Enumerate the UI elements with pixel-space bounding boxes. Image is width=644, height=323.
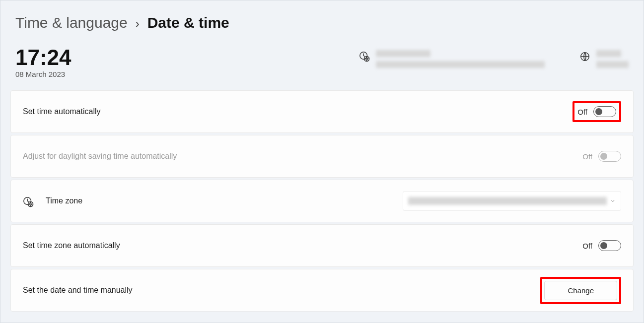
clock-globe-icon [359, 51, 369, 61]
timezone-info-block [359, 46, 545, 68]
blurred-text [376, 50, 430, 57]
blurred-text [596, 50, 621, 57]
breadcrumb-separator: › [136, 17, 140, 31]
highlight-change-button: Change [540, 277, 621, 304]
breadcrumb: Time & language › Date & time [0, 0, 644, 31]
header-row: 17:24 08 March 2023 [0, 31, 644, 90]
row-time-zone: Time zone [10, 180, 634, 222]
toggle-state-text: Off [582, 152, 592, 161]
set-tz-auto-toggle[interactable] [598, 240, 621, 251]
toggle-state-text: Off [577, 108, 587, 116]
chevron-down-icon [610, 198, 616, 204]
clock-globe-icon [23, 196, 33, 206]
blurred-text [408, 197, 607, 205]
clock-time: 17:24 [15, 46, 72, 69]
settings-list: Set time automatically Off Adjust for da… [0, 90, 644, 322]
region-info-block [579, 46, 629, 68]
blurred-text [596, 61, 629, 68]
setting-label: Set the date and time manually [23, 286, 133, 295]
set-time-auto-toggle[interactable] [593, 106, 616, 117]
globe-icon [579, 51, 589, 61]
time-zone-dropdown[interactable] [403, 191, 621, 211]
breadcrumb-current: Date & time [147, 14, 229, 31]
setting-label: Time zone [46, 196, 82, 205]
blurred-text [376, 61, 545, 68]
clock-date: 08 March 2023 [15, 70, 72, 78]
row-dst-automatically: Adjust for daylight saving time automati… [10, 135, 634, 178]
row-set-tz-automatically: Set time zone automatically Off [10, 224, 634, 267]
setting-label: Set time zone automatically [23, 241, 120, 250]
highlight-set-time-auto-toggle: Off [572, 101, 621, 122]
setting-label: Set time automatically [23, 107, 101, 116]
clock-block: 17:24 08 March 2023 [15, 46, 72, 78]
breadcrumb-parent-link[interactable]: Time & language [15, 14, 128, 31]
dst-auto-toggle [598, 151, 621, 162]
toggle-state-text: Off [582, 242, 592, 250]
row-set-time-automatically: Set time automatically Off [10, 90, 634, 133]
change-button[interactable]: Change [544, 281, 617, 300]
row-set-manually: Set the date and time manually Change [10, 269, 634, 312]
setting-label: Adjust for daylight saving time automati… [23, 152, 177, 161]
